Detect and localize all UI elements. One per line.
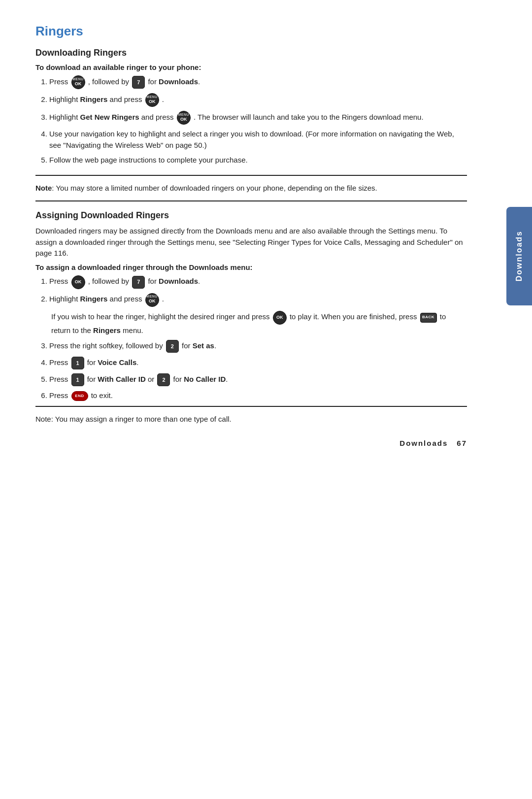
step-5: Follow the web page instructions to comp…	[49, 155, 467, 166]
assigning-steps-1: Press OK , followed by 7 for Downloads. …	[49, 275, 467, 307]
assign-step-6-text: Press END to exit.	[49, 391, 113, 400]
menu-ok-icon-3: MENU OK	[177, 111, 191, 125]
side-tab-label: Downloads	[515, 231, 524, 281]
assign-step-3-text: Press the right softkey, followed by 2 f…	[49, 341, 216, 350]
step-5-text: Follow the web page instructions to comp…	[49, 156, 248, 164]
assign-step-1: Press OK , followed by 7 for Downloads.	[49, 275, 467, 289]
note1-label: Note	[35, 184, 52, 192]
assigning-intro: Downloaded ringers may be assigned direc…	[35, 226, 467, 259]
page-container: Downloads Ringers Downloading Ringers To…	[0, 0, 532, 799]
section-assigning: Assigning Downloaded Ringers Downloaded …	[35, 210, 467, 401]
step-2: Highlight Ringers and press MENU OK .	[49, 93, 467, 107]
ok-icon-s1: OK	[71, 275, 85, 289]
sub-block-ringer: If you wish to hear the ringer, highligh…	[51, 311, 467, 336]
assigning-subheading: To assign a downloaded ringer through th…	[35, 263, 467, 271]
assign-step-5-text: Press 1 for With Caller ID or 2 for No C…	[49, 375, 228, 383]
step-3-text: Highlight Get New Ringers and press MENU…	[49, 113, 424, 121]
step-4-text: Use your navigation key to highlight and…	[49, 130, 454, 149]
ok-icon-sub: OK	[273, 311, 287, 325]
step-2-text: Highlight Ringers and press MENU OK .	[49, 95, 164, 103]
sub-block-text: If you wish to hear the ringer, highligh…	[51, 312, 446, 334]
main-content: Ringers Downloading Ringers To download …	[0, 0, 506, 799]
assign-step-1-text: Press OK , followed by 7 for Downloads.	[49, 277, 200, 285]
assign-step-3: Press the right softkey, followed by 2 f…	[49, 340, 467, 353]
downloading-heading: Downloading Ringers	[35, 48, 467, 58]
step-1: Press MENU OK , followed by 7 for Downlo…	[49, 75, 467, 89]
assign-step-2: Highlight Ringers and press MENU OK .	[49, 293, 467, 307]
assigning-steps-2: Press the right softkey, followed by 2 f…	[49, 340, 467, 401]
menu-ok-icon: MENU OK	[71, 75, 85, 89]
section-downloading: Downloading Ringers To download an avail…	[35, 48, 467, 166]
assign-step-2-text: Highlight Ringers and press MENU OK .	[49, 295, 164, 303]
footer-note-area: Note: You may assign a ringer to more th…	[35, 406, 467, 425]
note-block-1: Note: You may store a limited number of …	[35, 175, 467, 202]
step-3: Highlight Get New Ringers and press MENU…	[49, 111, 467, 125]
page-number-bar: Downloads 67	[35, 430, 467, 447]
downloading-subheading: To download an available ringer to your …	[35, 63, 467, 71]
assign-step-5: Press 1 for With Caller ID or 2 for No C…	[49, 373, 467, 386]
menu-ok-icon-2: MENU OK	[145, 93, 159, 107]
2-key-icon-s5: 2	[157, 373, 170, 386]
7-key-icon-s1: 7	[132, 276, 145, 289]
step-1-text: Press MENU OK , followed by 7 for Downlo…	[49, 77, 200, 86]
downloading-steps: Press MENU OK , followed by 7 for Downlo…	[49, 75, 467, 166]
back-icon-sub: BACK	[420, 313, 437, 323]
page-number: 67	[457, 439, 467, 447]
assign-step-4-text: Press 1 for Voice Calls.	[49, 358, 138, 366]
note1-text: : You may store a limited number of down…	[52, 184, 377, 192]
1-key-icon-s5: 1	[71, 373, 84, 386]
menu-ok-icon-s2: MENU OK	[145, 293, 159, 307]
assign-step-4: Press 1 for Voice Calls.	[49, 357, 467, 369]
assigning-heading: Assigning Downloaded Ringers	[35, 210, 467, 221]
assign-step-6: Press END to exit.	[49, 390, 467, 401]
2-key-icon-s3: 2	[166, 340, 179, 353]
side-tab: Downloads	[506, 207, 532, 305]
7-key-icon: 7	[132, 76, 145, 89]
footer-section-label: Downloads	[399, 439, 448, 447]
page-title: Ringers	[35, 24, 467, 39]
note2-text: Note: You may assign a ringer to more th…	[35, 414, 467, 425]
note2-body: : You may assign a ringer to more than o…	[51, 415, 232, 423]
1-key-icon-s4: 1	[71, 357, 84, 369]
end-icon-s6: END	[71, 391, 88, 401]
note2-label: Note	[35, 415, 51, 423]
step-4: Use your navigation key to highlight and…	[49, 129, 467, 151]
